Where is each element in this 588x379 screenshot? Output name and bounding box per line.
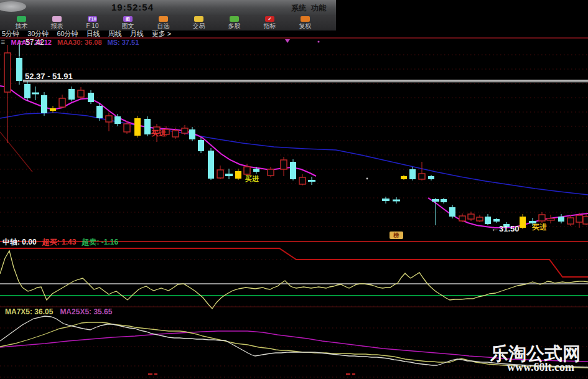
oscillator-value-label: 超卖: -1.16 [82,237,118,248]
candle [172,131,179,137]
toolbar-button-label: 多股 [228,22,241,29]
oscillator-value-label: 中轴: 0.00 [2,237,37,248]
oscillator-values-row: 中轴: 0.00超买: 1.43超卖: -1.16 [2,237,118,248]
low-price-label: ←31.50 [491,224,520,233]
chart-markers [285,39,320,43]
candle [477,217,483,221]
candle [244,167,250,174]
indicator-icon: ✓ [265,16,274,22]
toolbar-button-label: 交易 [193,22,205,29]
oscillator-panel-lines [0,248,588,309]
candle [441,199,447,202]
toolbar-button-自选[interactable]: 自选 [146,15,181,30]
candle [520,217,526,228]
favorites-icon [159,16,168,22]
buy-signal-label-3: 买进 [532,222,547,233]
title-bar: 19:52:54 系统 功能 [0,0,336,15]
candle [225,174,233,176]
axis-tick [154,373,157,375]
period-tab-周线[interactable]: 周线 [108,29,122,38]
candle [308,180,315,182]
candle [59,98,65,107]
candle [198,140,204,151]
watermark-url: www.60lt.com [507,361,574,374]
toolbar-button-label: 技术 [16,22,28,29]
peak-price-label: 57.42 [26,38,44,47]
clock-display: 19:52:54 [92,2,173,12]
bottom-ma-values-row: MA7X5: 36.05MA25X5: 35.65 [5,307,112,316]
stock-app-window: 19:52:54 系统 功能 技术报表F10F 10图图文自选交易多股✓指标复权… [0,0,588,379]
buy-signal-label-2: 买进 [245,174,259,184]
bottom-ma-value-label: MA7X5: 36.05 [5,307,53,316]
candle [449,207,455,217]
toolbar-button-指标[interactable]: ✓指标 [252,15,287,30]
toolbar-button-label: 图文 [122,22,134,29]
candle [32,93,39,95]
candle [299,177,306,184]
bottom-ma-value-label: MA25X5: 35.65 [60,307,112,316]
ma-value-label: MAA30: 36.08 [57,39,102,46]
candle [78,90,84,97]
candle [576,215,582,222]
toolbar-button-复权[interactable]: 复权 [287,15,323,30]
period-tab-月线[interactable]: 月线 [130,29,144,38]
candlestick-chart-canvas[interactable] [0,0,588,379]
report-icon [52,16,62,22]
menu-function[interactable]: 功能 [311,3,326,14]
candle [96,106,103,118]
buy-signal-label-1: 买进 [151,128,166,139]
ma-values-row: ≣ MAA5: 38.12MAA30: 36.08MS: 37.51 [1,39,139,46]
toolbar-button-报表[interactable]: 报表 [39,15,75,30]
window-control-blob[interactable] [0,1,26,12]
toolbar-button-label: 报表 [51,22,63,29]
trade-icon [194,16,203,22]
candle [393,200,400,202]
oscillator-value-label: 超买: 1.43 [42,237,77,248]
candle [583,217,588,224]
adjust-icon [301,16,310,22]
candle [106,116,112,122]
candle [419,174,425,179]
candle [88,93,94,102]
candle [558,217,564,222]
candle [493,219,500,222]
toolbar-button-交易[interactable]: 交易 [181,15,217,30]
candle [16,58,22,81]
candle [182,128,188,133]
toolbar-button-label: 自选 [157,22,170,29]
range-price-label: 52.37 - 51.91 [25,72,73,81]
candle [485,217,491,224]
tech-chart-icon [17,16,26,22]
toolbar-button-多股[interactable]: 多股 [217,15,252,30]
period-tab-日线[interactable]: 日线 [86,29,100,38]
period-tab-5分钟[interactable]: 5分钟 [2,29,19,38]
menu-system[interactable]: 系统 [291,3,306,14]
graphic-text-icon: 图 [123,16,133,22]
rank-badge[interactable]: 榜 [390,232,403,239]
candle [459,216,465,221]
candle [134,118,141,136]
candle [468,214,474,219]
period-tab-60分钟[interactable]: 60分钟 [57,29,78,38]
candle [567,218,574,224]
toolbar-button-F 10[interactable]: F10F 10 [75,15,110,30]
candle [268,169,274,175]
f10-icon: F10 [88,16,97,22]
candle [189,129,195,139]
axis-tick [148,373,152,375]
candle [24,84,30,98]
toolbar-button-图文[interactable]: 图图文 [110,15,146,30]
candle [382,199,390,201]
ma-value-label: MS: 37.51 [108,39,139,46]
candle [124,124,130,132]
toolbar-button-label: 复权 [299,22,312,29]
candle [208,151,214,179]
candle [401,176,407,179]
candle [290,162,296,179]
period-tab-bar: 5分钟30分钟60分钟日线周线月线更多 > [2,29,171,38]
candle [4,53,11,92]
period-tab-更多 >[interactable]: 更多 > [152,29,171,38]
toolbar-button-技术[interactable]: 技术 [4,15,39,30]
period-tab-30分钟[interactable]: 30分钟 [27,29,49,38]
candle [144,119,151,134]
